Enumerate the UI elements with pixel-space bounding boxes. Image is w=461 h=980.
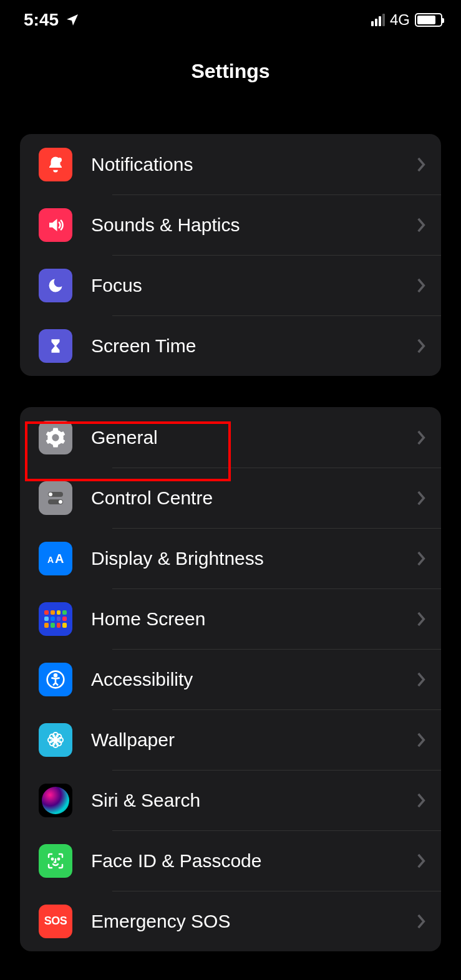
chevron-right-icon [416, 338, 426, 354]
row-label: Accessibility [91, 669, 416, 690]
textsize-icon: AA [39, 542, 72, 575]
chevron-right-icon [416, 430, 426, 446]
row-label: Face ID & Passcode [91, 850, 416, 872]
status-left: 5:45 [24, 10, 80, 30]
toggles-icon [39, 481, 72, 515]
row-accessibility[interactable]: Accessibility [20, 649, 441, 709]
svg-text:A: A [55, 552, 64, 565]
row-siri-search[interactable]: Siri & Search [20, 770, 441, 830]
row-emergency-sos[interactable]: SOS Emergency SOS [20, 891, 441, 951]
homegrid-icon [39, 602, 72, 636]
row-faceid-passcode[interactable]: Face ID & Passcode [20, 830, 441, 891]
row-wallpaper[interactable]: Wallpaper [20, 709, 441, 770]
svg-text:A: A [47, 555, 54, 565]
siri-icon [39, 784, 72, 817]
sos-icon: SOS [39, 905, 72, 938]
row-label: Focus [91, 275, 416, 296]
row-general[interactable]: General [20, 407, 441, 468]
chevron-right-icon [416, 913, 426, 930]
gear-icon [39, 421, 72, 454]
page-header: Settings [0, 37, 461, 100]
row-home-screen[interactable]: Home Screen [20, 588, 441, 649]
svg-point-18 [52, 858, 53, 859]
row-display-brightness[interactable]: AA Display & Brightness [20, 528, 441, 588]
chevron-right-icon [416, 217, 426, 233]
settings-group: General Control Centre AA Display & Brig… [20, 407, 441, 951]
hourglass-icon [39, 329, 72, 363]
row-focus[interactable]: Focus [20, 255, 441, 315]
svg-point-8 [54, 674, 57, 676]
faceid-icon [39, 844, 72, 878]
status-bar: 5:45 4G [0, 0, 461, 37]
chevron-right-icon [416, 671, 426, 688]
moon-icon [39, 269, 72, 302]
row-notifications[interactable]: Notifications [20, 134, 441, 195]
row-label: Screen Time [91, 335, 416, 357]
chevron-right-icon [416, 611, 426, 627]
bell-icon [39, 148, 72, 181]
battery-icon [415, 13, 442, 27]
row-label: Sounds & Haptics [91, 214, 416, 236]
row-screen-time[interactable]: Screen Time [20, 315, 441, 376]
signal-icon [371, 14, 385, 26]
chevron-right-icon [416, 490, 426, 506]
row-label: Emergency SOS [91, 911, 416, 932]
settings-content: Notifications Sounds & Haptics Focus Scr… [0, 134, 461, 951]
row-label: Home Screen [91, 608, 416, 630]
speaker-icon [39, 208, 72, 242]
row-label: Siri & Search [91, 790, 416, 811]
row-control-centre[interactable]: Control Centre [20, 468, 441, 528]
page-title: Settings [0, 60, 461, 83]
chevron-right-icon [416, 277, 426, 294]
svg-point-0 [57, 157, 62, 162]
status-time: 5:45 [24, 10, 59, 30]
svg-point-4 [59, 500, 62, 504]
svg-point-2 [49, 492, 52, 496]
network-label: 4G [390, 11, 410, 29]
status-right: 4G [371, 11, 442, 29]
chevron-right-icon [416, 792, 426, 809]
row-label: General [91, 427, 416, 448]
chevron-right-icon [416, 550, 426, 567]
settings-group: Notifications Sounds & Haptics Focus Scr… [20, 134, 441, 376]
chevron-right-icon [416, 732, 426, 748]
accessibility-icon [39, 663, 72, 696]
chevron-right-icon [416, 156, 426, 173]
svg-point-19 [58, 858, 59, 859]
chevron-right-icon [416, 853, 426, 869]
row-label: Wallpaper [91, 729, 416, 751]
flower-icon [39, 723, 72, 757]
row-label: Display & Brightness [91, 548, 416, 569]
row-label: Control Centre [91, 488, 416, 509]
row-label: Notifications [91, 154, 416, 175]
row-sounds-haptics[interactable]: Sounds & Haptics [20, 195, 441, 255]
location-icon [65, 12, 80, 27]
